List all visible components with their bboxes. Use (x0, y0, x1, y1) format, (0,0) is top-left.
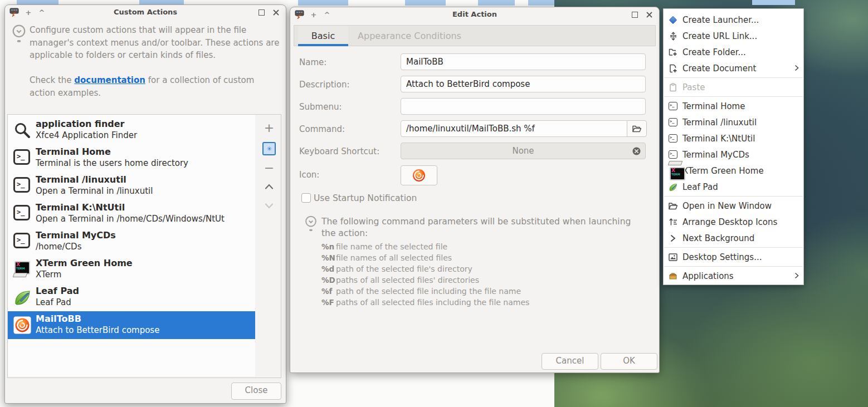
leafpad-icon (13, 288, 31, 306)
action-subtitle: Open a Terminal in /home/CDs/Windows/NtU… (36, 214, 225, 224)
menu-item-xterm-green-home[interactable]: XTERM XTerm Green Home (664, 163, 803, 179)
action-row-terminal-mycds[interactable]: >_ Terminal MyCDs /home/CDs (8, 228, 255, 256)
startup-notification-checkbox[interactable] (301, 193, 311, 203)
remove-action-button[interactable]: − (258, 159, 280, 176)
menu-item-create-folder[interactable]: Create Folder... (664, 44, 803, 60)
menu-item-terminal-home[interactable]: >_ Terminal Home (664, 98, 803, 114)
menu-item-terminal-mycds[interactable]: >_ Terminal MyCDs (664, 146, 803, 163)
action-row-terminal-linuxutil[interactable]: >_ Terminal /linuxutil Open a Terminal i… (8, 172, 255, 200)
terminal-icon: >_ (13, 233, 30, 248)
chevron-up-icon (265, 184, 274, 189)
name-label: Name: (299, 57, 326, 67)
menu-item-create-document[interactable]: Create Document (664, 60, 803, 76)
open-new-window-icon (668, 201, 678, 211)
description-input[interactable] (401, 76, 646, 92)
check-pre-text: Check the (30, 75, 74, 85)
action-row-terminal-ntutil[interactable]: >_ Terminal K:\NtUtil Open a Terminal in… (8, 200, 255, 228)
add-action-button[interactable]: + (258, 119, 280, 136)
actions-list[interactable]: application finder Xfce4 Application Fin… (8, 115, 255, 376)
menu-item-create-launcher[interactable]: Create Launcher... (664, 12, 803, 28)
menu-item-arrange-desktop-icons[interactable]: Arrange Desktop Icons (664, 214, 803, 230)
command-input[interactable] (401, 120, 627, 137)
tab-appearance-conditions[interactable]: Appearance Conditions (348, 26, 471, 46)
menu-item-label: Create Document (682, 63, 756, 73)
icon-picker-button[interactable] (401, 165, 437, 185)
action-subtitle: Xfce4 Application Finder (36, 130, 137, 140)
terminal-icon: >_ (13, 177, 30, 193)
ok-button[interactable]: OK (601, 353, 657, 370)
folder-open-icon (632, 125, 641, 133)
create-launcher-icon (668, 15, 678, 25)
close-button[interactable]: Close (231, 383, 281, 400)
menu-item-label: Terminal K:\NtUtil (682, 134, 755, 144)
move-up-button[interactable] (258, 178, 280, 195)
menu-item-desktop-settings[interactable]: Desktop Settings... (664, 249, 803, 265)
menu-item-terminal-ntutil[interactable]: >_ Terminal K:\NtUtil (664, 130, 803, 146)
close-window-button[interactable] (643, 9, 655, 20)
menu-item-applications[interactable]: Applications (664, 268, 803, 284)
action-subtitle: Open a Terminal in /linuxutil (36, 186, 153, 196)
custom-actions-titlebar[interactable]: + ^ Custom Actions (5, 5, 286, 19)
maximize-button[interactable] (256, 7, 267, 18)
icon-label: Icon: (299, 170, 319, 180)
close-icon (646, 12, 652, 18)
action-row-mailtobb-selected[interactable]: MailToBB Attach to BetterBird compose (8, 311, 255, 339)
action-row-leafpad[interactable]: Leaf Pad Leaf Pad (8, 283, 255, 311)
command-label: Command: (299, 124, 345, 134)
menu-item-open-in-new-window[interactable]: Open in New Window (664, 198, 803, 214)
cancel-button[interactable]: Cancel (542, 353, 598, 370)
menu-separator (664, 266, 803, 267)
params-intro: The following command parameters will be… (321, 216, 635, 239)
menu-item-label: Applications (682, 271, 734, 281)
menu-item-paste: Paste (664, 79, 803, 95)
description-label: Description: (299, 80, 349, 90)
tab-basic[interactable]: Basic (298, 26, 348, 46)
betterbird-icon (412, 168, 426, 183)
param-row: %dpath of the selected file's directory (321, 263, 529, 274)
keyboard-shortcut-field[interactable]: None (401, 143, 646, 159)
gear-icon: ✳ (266, 145, 271, 153)
terminal-icon: >_ (13, 149, 30, 165)
action-subtitle: Attach to BetterBird compose (36, 325, 159, 335)
edit-action-button[interactable]: ✳ (258, 140, 280, 157)
name-input[interactable] (401, 53, 646, 70)
desktop-context-menu: Create Launcher... Create URL Link... Cr… (663, 8, 804, 285)
tip-bulb-icon (11, 23, 27, 46)
arrange-desktop-icons-icon (668, 217, 678, 227)
param-row: %nfile name of the selected file (321, 241, 529, 252)
submenu-input[interactable] (401, 98, 646, 115)
background-window-strip (405, 0, 446, 6)
menu-item-label: Terminal MyCDs (682, 150, 749, 160)
action-subtitle: Leaf Pad (36, 297, 71, 307)
action-row-terminal-home[interactable]: >_ Terminal Home Terminal is the users h… (8, 144, 255, 172)
menu-item-leaf-pad[interactable]: Leaf Pad (664, 179, 803, 195)
terminal-icon: >_ (668, 134, 678, 144)
background-window-strip (478, 0, 515, 6)
maximize-button[interactable] (629, 9, 640, 20)
intro-text: Configure custom actions that will appea… (30, 24, 281, 99)
clear-shortcut-icon[interactable] (632, 147, 641, 155)
xterm-icon: XTERM (668, 166, 678, 176)
menu-item-create-url-link[interactable]: Create URL Link... (664, 28, 803, 44)
documentation-link[interactable]: documentation (74, 75, 145, 85)
submenu-arrow-icon (794, 63, 799, 73)
background-window-strip (752, 0, 795, 5)
desktop-screen: + ^ Custom Actions Configure custom acti… (0, 0, 868, 407)
action-row-application-finder[interactable]: application finder Xfce4 Application Fin… (8, 116, 255, 144)
command-browse-button[interactable] (627, 120, 647, 137)
menu-item-terminal-linuxutil[interactable]: >_ Terminal /linuxutil (664, 114, 803, 130)
background-window-strip (298, 0, 348, 6)
menu-item-next-background[interactable]: Next Background (664, 230, 803, 246)
param-row: %Fpaths of all selected files including … (321, 297, 529, 308)
menu-item-label: Create URL Link... (682, 31, 757, 41)
intro-paragraph: Configure custom actions that will appea… (30, 25, 279, 60)
action-title: Leaf Pad (36, 286, 79, 296)
move-down-button[interactable] (258, 198, 280, 214)
action-title: MailToBB (36, 313, 81, 324)
close-window-button[interactable] (270, 7, 281, 18)
action-row-xterm[interactable]: XTERM XTerm Green Home XTerm (8, 256, 255, 283)
action-title: XTerm Green Home (36, 258, 133, 268)
params-list: %nfile name of the selected file %Nfile … (321, 241, 529, 308)
edit-action-titlebar[interactable]: + ^ Edit Action (290, 7, 659, 22)
minus-icon: − (264, 161, 274, 175)
